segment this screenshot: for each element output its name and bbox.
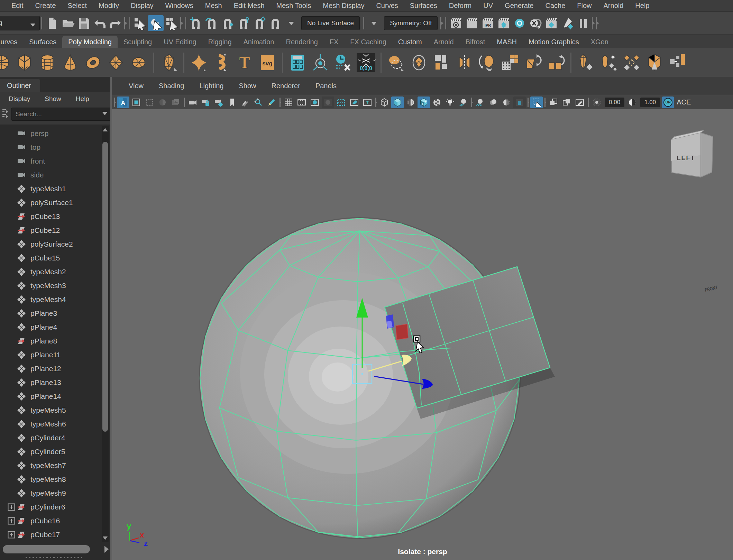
outliner-menu-display[interactable]: Display	[1, 95, 37, 103]
menu-edit-mesh[interactable]: Edit Mesh	[228, 2, 271, 10]
panel-toolbar-handle[interactable]	[182, 97, 186, 108]
revolve-icon[interactable]	[476, 51, 499, 74]
menu-mesh-tools[interactable]: Mesh Tools	[271, 2, 317, 10]
menu-mesh-display[interactable]: Mesh Display	[317, 2, 370, 10]
outliner-menu-show[interactable]: Show	[37, 95, 68, 103]
motion-blur-icon[interactable]	[487, 97, 500, 108]
textured-mode-icon[interactable]	[418, 97, 430, 108]
snap-to-curve-icon[interactable]	[204, 15, 220, 31]
toolbar-separator[interactable]	[184, 15, 188, 31]
sweep-mesh-icon[interactable]	[286, 51, 309, 74]
all-lights-icon[interactable]	[444, 97, 456, 108]
viewport-menu-shading[interactable]: Shading	[151, 82, 192, 90]
shelf-tab-custom[interactable]: Custom	[392, 36, 428, 48]
exposure-icon[interactable]	[590, 97, 603, 108]
edit-bookmark-icon[interactable]	[239, 97, 251, 108]
open-scene-icon[interactable]	[60, 15, 76, 31]
shadows-icon[interactable]	[457, 97, 469, 108]
outliner-item-pCylinder6[interactable]: pCylinder6	[0, 500, 110, 514]
viewcube-front-label[interactable]: FRONT	[704, 285, 718, 293]
outliner-item-typeMesh5[interactable]: typeMesh5	[0, 403, 110, 417]
menu-surfaces[interactable]: Surfaces	[404, 2, 443, 10]
safe-title-icon[interactable]: T	[361, 97, 374, 108]
gate-mask-icon[interactable]	[322, 97, 334, 108]
toolbar-separator[interactable]	[40, 15, 44, 31]
menu-curves[interactable]: Curves	[370, 2, 404, 10]
color-management-toggle[interactable]: ON	[662, 97, 674, 108]
menu-flow[interactable]: Flow	[571, 2, 597, 10]
shaded-mode-icon[interactable]	[391, 97, 404, 108]
select-component-icon[interactable]	[164, 15, 180, 31]
search-dropdown-caret-icon[interactable]	[101, 111, 109, 117]
search-input[interactable]	[15, 110, 101, 118]
xray-joints-icon[interactable]	[560, 97, 573, 108]
group-collapse-handle[interactable]	[595, 15, 599, 31]
poly-sphere-icon[interactable]	[0, 51, 13, 74]
expand-toggle-icon[interactable]	[8, 531, 17, 539]
snap-to-projected-center-icon[interactable]	[236, 15, 251, 31]
bridge-icon[interactable]	[620, 51, 643, 74]
gamma-icon[interactable]	[626, 97, 639, 108]
delete-history-icon[interactable]	[332, 51, 355, 74]
manipulator-xy-plane-handle[interactable]	[396, 324, 408, 340]
select-camera-icon[interactable]	[186, 97, 199, 108]
viewport-menu-panels[interactable]: Panels	[308, 82, 344, 90]
screen-space-ao-icon[interactable]	[474, 97, 486, 108]
construction-plane-icon[interactable]	[309, 51, 332, 74]
hscrollbar-thumb[interactable]	[3, 545, 90, 553]
camera-attributes-icon[interactable]	[213, 97, 225, 108]
shelf-tab-motion-graphics[interactable]: Motion Graphics	[523, 36, 585, 48]
shaded-sphere-icon[interactable]	[156, 97, 169, 108]
scroll-up-icon[interactable]	[102, 126, 109, 134]
shelf-tab-mash[interactable]: MASH	[491, 36, 523, 48]
group-collapse-handle[interactable]	[123, 15, 128, 31]
shelf-tab-fx[interactable]: FX	[324, 36, 345, 48]
menu-create[interactable]: Create	[29, 2, 62, 10]
outliner-item-pCylinder4[interactable]: pCylinder4	[0, 431, 110, 445]
menu-mesh[interactable]: Mesh	[199, 2, 228, 10]
image-plane-icon[interactable]	[169, 97, 182, 108]
redo-icon[interactable]	[108, 15, 123, 31]
extrude-icon[interactable]	[575, 51, 597, 74]
render-current-frame-icon[interactable]	[464, 15, 480, 31]
outliner-item-pPlane12[interactable]: pPlane12	[0, 362, 110, 376]
scroll-right-icon[interactable]	[104, 546, 109, 554]
group-collapse-handle[interactable]	[180, 15, 184, 31]
outliner-item-pCube15[interactable]: pCube15	[0, 251, 110, 265]
outliner-item-pCube16[interactable]: pCube16	[0, 514, 110, 528]
outliner-item-persp[interactable]: persp	[0, 127, 110, 140]
shelf-tab-poly-modeling[interactable]: Poly Modeling	[62, 36, 118, 48]
mirror-icon[interactable]	[407, 51, 430, 74]
symmetry-caret-icon[interactable]	[366, 15, 382, 31]
outliner-item-pPlane3[interactable]: pPlane3	[0, 306, 110, 320]
poly-disc-icon[interactable]	[127, 51, 150, 74]
viewport-canvas[interactable]: LEFTFRONTyxz Isolate : persp	[112, 109, 733, 560]
grid-toggle-icon[interactable]	[282, 97, 295, 108]
make-live-icon[interactable]	[267, 15, 283, 31]
pause-viewport-icon[interactable]	[575, 15, 591, 31]
symmetry-field[interactable]: Symmetry: Off	[384, 16, 438, 30]
toolbar-separator[interactable]	[444, 15, 448, 31]
panel-toolbar-handle[interactable]	[470, 97, 474, 108]
outliner-item-typeMesh7[interactable]: typeMesh7	[0, 459, 110, 472]
menu-edit[interactable]: Edit	[6, 2, 29, 10]
ipr-render-icon[interactable]: IPR	[480, 15, 496, 31]
outliner-item-pPlane11[interactable]: pPlane11	[0, 348, 110, 362]
group-collapse-handle[interactable]	[591, 15, 595, 31]
expand-toggle-icon[interactable]	[8, 517, 17, 525]
outliner-item-front[interactable]: front	[0, 154, 110, 168]
menu-generate[interactable]: Generate	[499, 2, 539, 10]
grease-pencil-icon[interactable]	[265, 97, 278, 108]
shelf-tab-bifrost[interactable]: Bifrost	[460, 36, 491, 48]
lock-camera-icon[interactable]	[200, 97, 212, 108]
viewport-menu-renderer[interactable]: Renderer	[264, 82, 308, 90]
menu-uv[interactable]: UV	[477, 2, 499, 10]
shelf-tab-fx-caching[interactable]: FX Caching	[344, 36, 392, 48]
scrollbar-thumb[interactable]	[102, 142, 108, 432]
outliner-item-typeMesh2[interactable]: typeMesh2	[0, 265, 110, 279]
panel-toolbar-handle[interactable]	[278, 97, 282, 108]
scene-3d[interactable]: LEFTFRONTyxz	[112, 109, 733, 560]
menu-modify[interactable]: Modify	[93, 2, 125, 10]
poly-cube-icon[interactable]	[13, 51, 36, 74]
save-scene-icon[interactable]	[76, 15, 92, 31]
